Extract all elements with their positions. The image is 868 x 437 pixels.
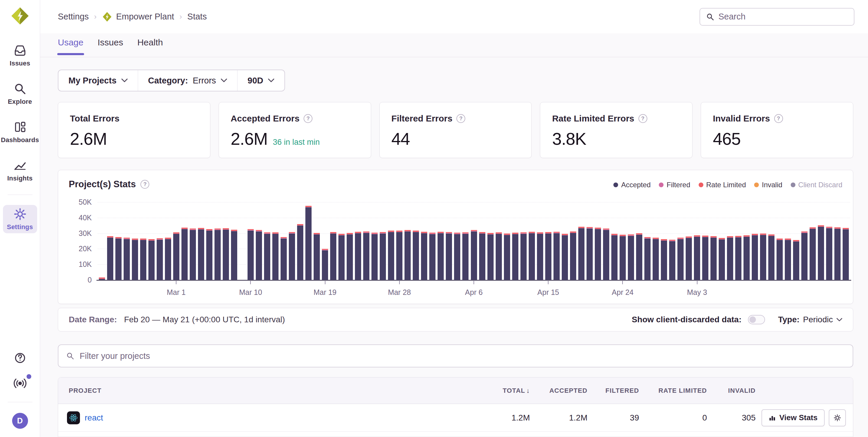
date-range-value: Feb 20 — May 21 (+00:00 UTC, 1d interval… [124, 315, 285, 324]
period-filter-dropdown[interactable]: 90D [237, 70, 284, 91]
column-header-invalid[interactable]: INVALID [707, 387, 755, 395]
stacked-bar [272, 232, 279, 280]
stacked-bar [521, 232, 527, 280]
user-avatar[interactable]: D [12, 413, 28, 429]
sidebar-item-label: Dashboards [1, 136, 39, 144]
stacked-bar [314, 233, 320, 280]
stacked-bar [537, 232, 543, 280]
x-tick-mark [399, 280, 400, 284]
stacked-bar [768, 234, 774, 280]
sidebar-item-label: Issues [10, 60, 30, 67]
sentry-logo[interactable] [11, 6, 30, 25]
search-input[interactable] [718, 12, 848, 22]
x-tick-mark [250, 280, 251, 284]
tab-usage[interactable]: Usage [58, 37, 84, 58]
legend-item-invalid[interactable]: Invalid [754, 181, 782, 189]
legend-dot [613, 182, 618, 187]
y-gridline [98, 217, 850, 218]
stat-card-value: 44 [392, 129, 410, 148]
stacked-bar [826, 227, 832, 280]
tab-health[interactable]: Health [137, 37, 163, 58]
stat-card-title: Accepted Errors [231, 113, 300, 124]
y-axis-label: 0 [88, 276, 92, 284]
stacked-bar [818, 225, 824, 280]
project-link[interactable]: react [85, 413, 103, 423]
bar-chart-icon [769, 414, 776, 422]
help-circle-icon[interactable]: ? [304, 114, 312, 123]
stacked-bar [371, 233, 378, 280]
category-filter-dropdown[interactable]: Category: Errors [138, 70, 237, 91]
sidebar-item-explore[interactable]: Explore [3, 79, 37, 108]
sort-desc-icon: ↓ [526, 387, 530, 394]
stacked-bar [429, 233, 435, 280]
sidebar-item-settings[interactable]: Settings [3, 205, 37, 233]
stacked-bar [801, 232, 808, 280]
project-filter-input[interactable] [80, 351, 845, 361]
help-circle-icon[interactable]: ? [141, 180, 149, 189]
sidebar-item-insights[interactable]: Insights [3, 156, 37, 184]
stacked-bar [644, 237, 651, 280]
breadcrumb: Settings › Empower Plant › Stats [58, 11, 207, 22]
y-axis-label: 20K [79, 244, 92, 253]
y-axis-label: 40K [79, 213, 92, 222]
stat-card-title: Filtered Errors [392, 113, 453, 124]
type-dropdown[interactable]: Type: Periodic [778, 315, 842, 324]
help-circle-icon[interactable]: ? [639, 114, 647, 123]
explore-search-icon [13, 82, 27, 96]
breadcrumb-stats[interactable]: Stats [187, 12, 207, 22]
whats-new-button[interactable] [12, 376, 28, 391]
projects-filter-dropdown[interactable]: My Projects [58, 70, 138, 91]
stacked-bar [124, 238, 130, 280]
stacked-bar [545, 232, 551, 280]
dashboards-icon [13, 120, 27, 134]
column-header-total[interactable]: TOTAL↓ [480, 387, 530, 395]
stat-card-value: 2.6M [231, 129, 268, 148]
view-stats-button[interactable]: View Stats [762, 409, 825, 426]
x-axis-label: May 3 [687, 288, 707, 297]
project-settings-button[interactable] [829, 409, 846, 426]
help-circle-icon[interactable]: ? [774, 114, 783, 123]
help-button[interactable] [13, 351, 27, 366]
sidebar-divider [8, 195, 32, 195]
client-discard-toggle-label: Show client-discarded data: [632, 315, 741, 324]
legend-item-client-discard[interactable]: Client Discard [791, 181, 842, 189]
stacked-bar [462, 232, 468, 280]
sidebar-item-dashboards[interactable]: Dashboards [3, 118, 37, 146]
category-filter-prefix: Category: [148, 76, 188, 86]
chevron-down-icon [221, 78, 227, 82]
column-header-accepted[interactable]: ACCEPTED [530, 387, 587, 395]
column-header-filtered[interactable]: FILTERED [587, 387, 639, 395]
stacked-bar [322, 249, 328, 280]
tab-issues[interactable]: Issues [98, 37, 123, 58]
breadcrumb-org[interactable]: Empower Plant [102, 11, 174, 22]
settings-gear-icon [13, 207, 27, 221]
stacked-bar [661, 239, 667, 280]
y-gridline [98, 202, 850, 203]
date-range-bar: Date Range: Feb 20 — May 21 (+00:00 UTC,… [58, 308, 853, 331]
legend-item-rate-limited[interactable]: Rate Limited [699, 181, 746, 189]
stacked-bar [140, 239, 146, 280]
legend-item-accepted[interactable]: Accepted [613, 181, 651, 189]
cell-rate-limited: 0 [639, 413, 707, 423]
stacked-bar [438, 232, 444, 280]
stacked-bar [710, 236, 717, 280]
column-header-project[interactable]: PROJECT [58, 387, 480, 395]
sidebar-bottom: D [8, 351, 32, 437]
sidebar-item-issues[interactable]: Issues [3, 41, 37, 70]
stacked-bar [157, 238, 163, 280]
y-axis-label: 30K [79, 229, 92, 237]
help-circle-icon[interactable]: ? [457, 114, 465, 123]
client-discard-toggle[interactable] [748, 315, 765, 324]
cell-total: 1.2M [480, 413, 530, 423]
sidebar-item-label: Insights [7, 174, 33, 182]
chevron-right-icon: › [94, 12, 97, 21]
stacked-bar [694, 235, 700, 280]
stacked-bar [487, 233, 494, 280]
stacked-bar [512, 233, 518, 280]
legend-item-filtered[interactable]: Filtered [659, 181, 690, 189]
stacked-bar [727, 236, 733, 280]
column-header-rate-limited[interactable]: RATE LIMITED [639, 387, 707, 395]
org-logo-icon [102, 11, 113, 22]
sidebar: Issues Explore Dashboards Insights [0, 0, 40, 437]
breadcrumb-settings[interactable]: Settings [58, 12, 89, 22]
